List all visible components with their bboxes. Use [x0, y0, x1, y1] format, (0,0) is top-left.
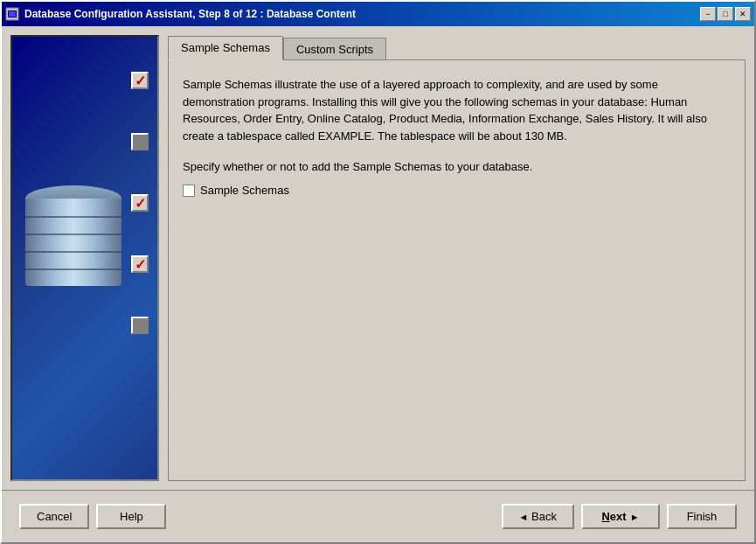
sample-schemas-checkbox[interactable] — [183, 185, 195, 197]
app-icon — [5, 7, 19, 21]
sample-schemas-checkbox-label[interactable]: Sample Schemas — [200, 184, 289, 197]
tab-bar: Sample Schemas Custom Scripts — [168, 35, 746, 59]
main-content: Sample Schemas Custom Scripts Sample Sch… — [2, 26, 754, 490]
next-arrow-icon: ► — [630, 512, 640, 522]
back-label: Back — [531, 510, 557, 523]
next-button[interactable]: Next ► — [581, 504, 660, 529]
cylinder-line-2 — [25, 234, 121, 235]
main-window: Database Configuration Assistant, Step 8… — [0, 0, 756, 544]
tab-sample-schemas[interactable]: Sample Schemas — [168, 36, 283, 60]
close-button[interactable]: ✕ — [735, 7, 751, 21]
bottom-right-buttons: ◄ Back Next ► Finish — [502, 504, 737, 529]
right-panel: Sample Schemas Custom Scripts Sample Sch… — [168, 35, 746, 481]
step-checkbox-1 — [131, 72, 149, 89]
svg-rect-2 — [9, 11, 16, 17]
left-illustration-panel — [10, 35, 159, 481]
window-controls: − □ ✕ — [700, 7, 751, 21]
step-checkbox-5 — [131, 317, 149, 334]
step-checkbox-4 — [131, 255, 149, 273]
help-button[interactable]: Help — [96, 504, 166, 529]
cancel-button[interactable]: Cancel — [19, 504, 89, 529]
step-checkboxes — [131, 72, 149, 334]
cylinder-body — [25, 199, 121, 286]
tab-content-sample-schemas: Sample Schemas illustrate the use of a l… — [168, 59, 746, 481]
next-label: Next — [601, 510, 626, 523]
titlebar: Database Configuration Assistant, Step 8… — [2, 2, 754, 26]
back-button[interactable]: ◄ Back — [502, 504, 574, 529]
cylinder-line-1 — [25, 216, 121, 218]
database-illustration — [25, 185, 121, 299]
step-checkbox-2 — [131, 133, 149, 150]
sample-schemas-checkbox-row: Sample Schemas — [183, 184, 731, 197]
window-title: Database Configuration Assistant, Step 8… — [24, 8, 700, 20]
cylinder-line-4 — [25, 269, 121, 270]
finish-button[interactable]: Finish — [667, 504, 737, 529]
cylinder-line-3 — [25, 251, 121, 253]
step-checkbox-3 — [131, 194, 149, 212]
bottom-left-buttons: Cancel Help — [19, 504, 166, 529]
description-text: Sample Schemas illustrate the use of a l… — [183, 76, 731, 144]
back-arrow-icon: ◄ — [519, 512, 529, 522]
specify-text: Specify whether or not to add the Sample… — [183, 160, 731, 173]
minimize-button[interactable]: − — [700, 7, 716, 21]
tab-custom-scripts[interactable]: Custom Scripts — [283, 38, 386, 61]
maximize-button[interactable]: □ — [718, 7, 733, 21]
bottom-bar: Cancel Help ◄ Back Next ► Finish — [2, 490, 754, 542]
